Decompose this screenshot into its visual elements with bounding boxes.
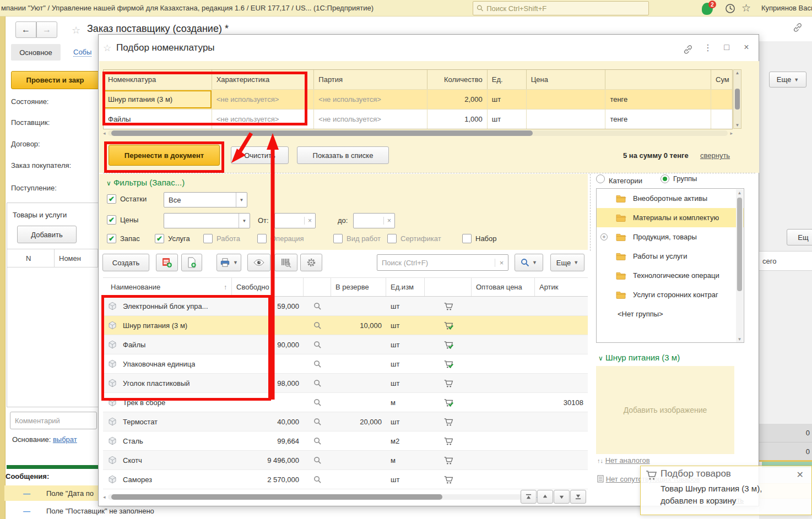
message-row[interactable]: —Поле "Дата по — [4, 485, 98, 501]
magnifier-icon[interactable] — [313, 360, 322, 368]
add-to-cart-icon[interactable] — [443, 379, 453, 388]
notification-close-icon[interactable]: ✕ — [797, 469, 804, 480]
list-item[interactable]: Файлы 90,000 шт — [103, 335, 588, 354]
list-item[interactable]: Уголок пластиковый 98,000 шт — [103, 374, 588, 393]
goods-tab[interactable]: Товары и услуги — [7, 203, 98, 219]
list-item[interactable]: Трек в сборе м 30108 — [103, 393, 588, 412]
current-user[interactable]: Куприянов Василий Сергеев — [761, 4, 812, 12]
go-up-button[interactable] — [537, 490, 553, 504]
back-button[interactable]: ← — [15, 21, 36, 38]
add-to-cart-icon[interactable] — [443, 456, 453, 465]
col-price[interactable]: Оптовая цена — [472, 278, 535, 296]
filter-type-checkbox[interactable]: Вид работ — [333, 234, 381, 243]
dialog-link-icon[interactable] — [681, 44, 695, 55]
magnifier-icon[interactable] — [313, 302, 322, 310]
create-group-button[interactable] — [156, 254, 178, 271]
col-free[interactable]: Свободно — [232, 278, 304, 296]
cart-row[interactable]: Шнур питания (3 м) <не используется> <не… — [104, 89, 732, 109]
clear-icon[interactable]: × — [383, 217, 394, 225]
cart-item-name[interactable]: Файлы — [104, 110, 212, 129]
settings-button[interactable] — [300, 254, 322, 271]
global-search-box[interactable] — [473, 1, 649, 15]
global-search-input[interactable] — [486, 4, 645, 13]
tree-scrollbar[interactable]: ▲▼ — [736, 189, 743, 343]
tree-item[interactable]: Услуги сторонних контраг — [597, 285, 744, 304]
dialog-more-button[interactable]: Еще▼ — [550, 254, 584, 271]
dialog-maximize-icon[interactable]: □ — [720, 42, 733, 52]
dialog-star-icon[interactable]: ☆ — [103, 42, 111, 54]
tree-item[interactable]: Работы и услуги — [597, 247, 744, 266]
list-item[interactable]: Упаковочная единица шт — [103, 354, 588, 374]
magnifier-icon[interactable] — [313, 341, 322, 349]
favorite-star-icon[interactable]: ☆ — [72, 24, 80, 36]
magnifier-icon[interactable] — [313, 398, 322, 407]
dialog-menu-icon[interactable]: ⋮ — [701, 42, 714, 53]
go-first-button[interactable] — [521, 490, 537, 504]
magnifier-icon[interactable] — [313, 437, 322, 445]
clear-button[interactable]: Очистить — [231, 146, 289, 164]
clear-icon[interactable]: × — [304, 217, 315, 225]
tab-events[interactable]: Собы — [73, 48, 91, 57]
list-search-input[interactable] — [377, 259, 495, 267]
in-cart-icon[interactable] — [443, 340, 453, 349]
list-search-box[interactable]: × — [377, 254, 508, 271]
filter-type-checkbox[interactable]: ✔Запас — [107, 234, 140, 243]
clear-icon[interactable]: × — [495, 259, 508, 267]
favorites-star-icon[interactable]: ☆ — [741, 2, 751, 14]
list-item[interactable]: Саморез 2 570,000 шт — [103, 470, 588, 489]
col-article[interactable]: Артик — [535, 278, 588, 296]
tree-item[interactable]: Технологические операци — [597, 266, 744, 285]
filter-type-checkbox[interactable]: ✔Услуга — [155, 234, 190, 243]
magnifier-icon[interactable] — [313, 418, 322, 426]
list-horizontal-scrollbar[interactable]: ◂▸ — [103, 490, 588, 504]
col-quantity[interactable]: Количество — [427, 70, 488, 89]
cart-item-name[interactable]: Шнур питания (3 м) — [104, 90, 212, 109]
col-unit[interactable]: Ед. — [488, 70, 527, 89]
goods-more-button-cut[interactable]: Ещ — [787, 229, 812, 245]
transfer-to-document-button[interactable]: Перенести в документ — [109, 145, 220, 166]
barcode-scan-button[interactable] — [274, 254, 297, 271]
col-batch[interactable]: Партия — [314, 70, 427, 89]
col-reserved[interactable]: В резерве — [331, 278, 386, 296]
col-detail[interactable] — [304, 278, 331, 296]
filter-price-checkbox[interactable]: ✔Цены — [107, 215, 138, 225]
col-unit[interactable]: Ед.изм — [386, 278, 425, 296]
list-item[interactable]: Сталь 99,664 м2 — [103, 431, 588, 451]
tree-item[interactable]: Внеоборотные активы — [597, 189, 744, 208]
comment-field[interactable]: Комментарий — [10, 412, 97, 429]
col-cart[interactable] — [425, 278, 472, 296]
price-from-input[interactable]: × — [274, 213, 316, 228]
tree-item-selected[interactable]: Материалы и комплектую — [597, 208, 744, 227]
go-last-button[interactable] — [570, 490, 586, 504]
toast-notification[interactable]: Подбор товаров Товар Шнур питания (3 м),… — [640, 466, 812, 515]
filter-type-checkbox[interactable]: Набор — [462, 234, 497, 243]
list-item[interactable]: Электронный блок упра... 59,000 шт — [103, 297, 588, 316]
expand-icon[interactable]: + — [600, 233, 608, 241]
col-sum[interactable]: Сум — [711, 70, 732, 89]
radio-categories[interactable]: Категории — [596, 174, 642, 185]
filter-rest-checkbox[interactable]: ✔Остатки — [107, 194, 147, 204]
notifications-icon[interactable]: 2 — [701, 1, 716, 17]
add-button[interactable]: Добавить — [17, 226, 77, 243]
rest-filter-combo[interactable]: Все▼ — [164, 192, 247, 207]
create-by-copy-button[interactable] — [181, 254, 202, 271]
col-price[interactable]: Цена — [527, 70, 606, 89]
filters-header[interactable]: ∨ Фильтры (Запас...) — [106, 178, 185, 187]
col-nomenclature[interactable]: Номенклатура — [104, 70, 212, 89]
advanced-search-button[interactable]: ▼ — [515, 254, 543, 271]
print-button[interactable]: ▼ — [216, 254, 241, 271]
add-image-area[interactable]: Добавить изображение — [596, 366, 734, 454]
price-type-combo[interactable]: ▼ — [164, 213, 250, 228]
filter-type-checkbox[interactable]: Работа — [203, 234, 240, 243]
preview-button[interactable] — [247, 254, 270, 271]
filter-type-checkbox[interactable]: Сертификат — [387, 234, 441, 243]
magnifier-icon[interactable] — [313, 456, 322, 465]
col-name[interactable]: Наименование↑ — [103, 278, 232, 296]
collapse-cart-link[interactable]: свернуть — [700, 151, 730, 160]
link-icon[interactable] — [792, 22, 803, 33]
add-to-cart-icon[interactable] — [443, 417, 453, 427]
filter-type-checkbox[interactable]: Операция — [257, 234, 304, 243]
in-cart-icon[interactable] — [443, 359, 453, 369]
magnifier-icon[interactable] — [313, 379, 322, 387]
go-down-button[interactable] — [554, 490, 570, 504]
